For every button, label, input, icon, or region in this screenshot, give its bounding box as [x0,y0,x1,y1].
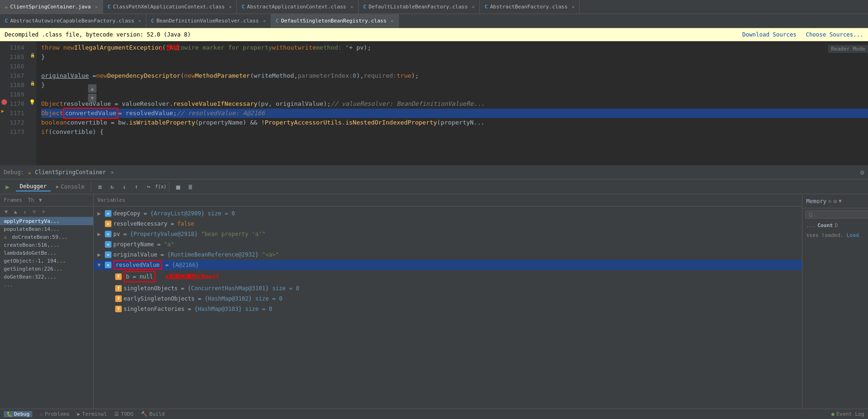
tab-close-6[interactable]: ✕ [139,18,141,23]
thread-dropdown[interactable]: ▼ [39,197,42,203]
expand-deepcopy[interactable]: ▶ [97,209,103,218]
status-problems[interactable]: ⚠ Problems [40,411,70,417]
memory-search-input[interactable] [805,210,868,219]
frames-panel: Frames Th ▼ ▼ ▲ ↓ ▽ + applyPropertyVa...… [0,194,94,409]
frame-item-5[interactable]: getObject:-1, 194... [0,257,93,265]
debug-session-name: ClientSpringContainer [35,169,106,176]
evaluate-button[interactable]: f(x) [155,181,166,192]
status-event-log[interactable]: ● Event Log [831,411,864,417]
tab-default-singleton[interactable]: C DefaultSingletonBeanRegistry.class ✕ [271,14,399,28]
tab-classpathxml[interactable]: C ClassPathXmlApplicationContext.class ✕ [103,0,237,14]
settings-icon[interactable]: ⚙ [861,169,864,176]
tab-bar-row1: ☕ ClientSpringContainer.java ✕ C ClassPa… [0,0,868,14]
breakpoint-gutter: ➤ [0,41,7,165]
tab-abstract-app-context[interactable]: C AbstractApplicationContext.class ✕ [237,0,359,14]
status-build[interactable]: 🔨 Build [141,411,165,417]
step-out-button[interactable]: ↑ [131,181,142,192]
console-tab[interactable]: ▶ Console [52,182,88,191]
memory-refresh-icon[interactable]: ↻ [828,198,831,204]
debug-title-bar: Debug: ☕ ClientSpringContainer ✕ ⚙ [0,165,868,179]
status-todo[interactable]: ☰ TODO [114,411,133,417]
step-into-button[interactable]: ↓ [118,181,130,192]
frame-up-btn[interactable]: ▲ [11,207,20,216]
var-originalvalue[interactable]: ▶ = originalValue = {RuntimeBeanReferenc… [94,250,802,260]
step-list-button[interactable]: ≡ [94,181,105,192]
reader-mode-label[interactable]: Reader Mode [828,45,868,53]
frame-item-0[interactable]: applyPropertyVa... [0,217,93,225]
threads-button[interactable]: ≣ [184,181,196,192]
run-to-cursor-button[interactable]: ↪ [143,181,154,192]
tab-close-7[interactable]: ✕ [263,18,266,23]
deepcopy-icon: = [105,210,111,217]
code-line-1169 [41,90,868,99]
expand-pv[interactable]: ▶ [97,230,103,238]
tab-abstract-bean-factory[interactable]: C AbstractBeanFactory.class ✕ [480,0,580,14]
java-icon: ☕ [5,4,8,10]
var-resolvenecessary[interactable]: o resolveNecessary = false [94,219,802,229]
tab-abstract-autowire[interactable]: C AbstractAutowireCapableBeanFactory.cla… [0,14,147,28]
tab-close-2[interactable]: ✕ [229,4,232,9]
resume-button[interactable]: ▶ [2,181,13,192]
tab-bean-def-value-resolver[interactable]: C BeanDefinitionValueResolver.class ✕ [147,14,271,28]
code-content: throw new IllegalArgumentException("Auto… [37,41,868,165]
choose-sources-link[interactable]: Choose Sources... [806,31,863,38]
frame-filter-btn[interactable]: ▽ [30,207,38,216]
resolvenecessary-icon: o [105,221,111,227]
singletonfactories-icon: f [115,306,122,312]
tab-default-listable[interactable]: C DefaultListableBeanFactory.class ✕ [359,0,480,14]
var-resolvedvalue[interactable]: ▼ = resolvedValue = {A@2166} [94,260,802,270]
frame-item-2[interactable]: ⚠ doCreateBean:59... [0,233,93,241]
tab-client-spring-container[interactable]: ☕ ClientSpringContainer.java ✕ [0,0,103,14]
frame-add-btn[interactable]: + [39,207,48,216]
var-earlysingleton[interactable]: f earlySingletonObjects = {HashMap@3102}… [94,294,802,304]
frame-item-7[interactable]: doGetBean:322,... [0,273,93,281]
var-singletonfactories[interactable]: f singletonFactories = {HashMap@3103} si… [94,304,802,314]
expand-resolvedvalue[interactable]: ▼ [97,261,103,269]
code-line-1172: boolean convertible = bw.isWritablePrope… [41,118,868,127]
debug-icon: ☕ [28,169,31,176]
frame-item-4[interactable]: lambda$doGetBe... [0,249,93,257]
memory-chevron[interactable]: ▼ [839,198,842,204]
info-bar: Decompiled .class file, bytecode version… [0,28,868,41]
memory-dots: ... [806,222,816,228]
info-bar-links: Download Sources Choose Sources... [743,31,863,38]
code-line-1165: } [41,52,868,62]
class-icon-2: C [242,4,245,10]
download-sources-link[interactable]: Download Sources [743,31,797,38]
var-singletonobjects[interactable]: f singletonObjects = {ConcurrentHashMap@… [94,283,802,294]
tab-close-8[interactable]: ✕ [391,18,394,23]
tab-close-1[interactable]: ✕ [95,4,98,9]
debugger-tab[interactable]: Debugger [16,182,51,191]
frame-down-btn[interactable]: ▼ [2,207,10,216]
tab-close-4[interactable]: ✕ [472,4,475,9]
variables-panel: Variables ▶ = deepCopy = {ArrayList@2909… [94,194,802,409]
step-over-button[interactable]: ↻ [106,181,118,192]
debug-status-icon: 🐛 [7,412,12,417]
frame-item-more[interactable]: ... [0,281,93,289]
status-terminal[interactable]: ▶ Terminal [77,411,107,417]
tab-close-3[interactable]: ✕ [350,4,353,9]
frame-item-1[interactable]: populateBean:14... [0,225,93,233]
memory-settings-icon[interactable]: ⚙ [833,198,837,205]
status-debug[interactable]: 🐛 Debug [4,411,32,417]
expand-originalvalue[interactable]: ▶ [97,250,103,259]
var-pv[interactable]: ▶ = pv = {PropertyValue@2918} "bean prop… [94,229,802,239]
class-icon-5: C [5,18,8,24]
frame-item-6[interactable]: getSingleton:226... [0,265,93,273]
tab-close-5[interactable]: ✕ [572,4,574,9]
frames-button[interactable]: ▦ [172,181,184,192]
status-bar: 🐛 Debug ⚠ Problems ▶ Terminal ☰ TODO 🔨 B… [0,409,868,419]
code-line-1168: } [41,81,868,90]
memory-load-link[interactable]: Load [846,232,859,238]
breakpoint-1170[interactable] [1,99,7,105]
debug-close[interactable]: ✕ [110,169,114,176]
var-deepcopy[interactable]: ▶ = deepCopy = {ArrayList@2909} size = 0 [94,208,802,219]
frames-panel-header: Frames Th ▼ [0,194,93,206]
frame-down2-btn[interactable]: ↓ [21,207,29,216]
frame-item-3[interactable]: createBean:516,... [0,241,93,249]
memory-panel-header: Memory ↻ ⚙ ▼ [802,194,868,208]
class-icon-7: C [276,18,279,24]
var-b[interactable]: f b = null a里面的属性b为null [94,270,802,283]
var-propertyname[interactable]: = propertyName = "a" [94,239,802,250]
originalvalue-icon: = [105,251,111,258]
